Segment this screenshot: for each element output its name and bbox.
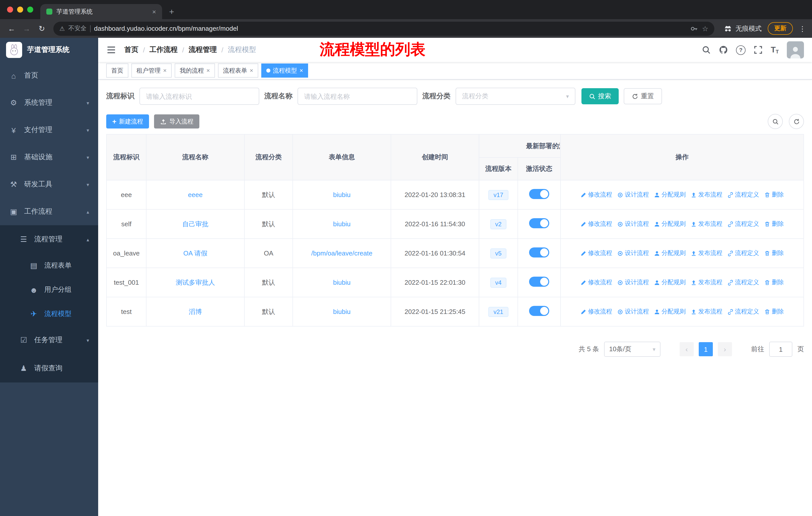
model-name-link[interactable]: 自己审批 bbox=[182, 220, 208, 227]
delete-process-link[interactable]: 删除 bbox=[764, 190, 784, 199]
tag-close-icon[interactable]: × bbox=[206, 67, 210, 74]
tag-process-model[interactable]: 流程模型 × bbox=[261, 63, 308, 78]
form-link[interactable]: biubiu bbox=[333, 279, 350, 286]
bookmark-star-icon[interactable]: ☆ bbox=[702, 24, 708, 32]
password-key-icon[interactable] bbox=[690, 24, 698, 32]
delete-process-link[interactable]: 删除 bbox=[764, 278, 784, 287]
form-link[interactable]: /bpm/oa/leave/create bbox=[311, 249, 373, 257]
fullscreen-icon[interactable] bbox=[754, 45, 763, 54]
page-size-select[interactable]: 10条/页 ▾ bbox=[604, 342, 661, 357]
design-process-link[interactable]: 设计流程 bbox=[617, 307, 649, 316]
address-bar[interactable]: ⚠ 不安全 dashboard.yudao.iocoder.cn/bpm/man… bbox=[53, 21, 714, 35]
model-name-link[interactable]: OA 请假 bbox=[183, 249, 207, 257]
publish-process-link[interactable]: 发布流程 bbox=[691, 278, 722, 287]
delete-process-link[interactable]: 删除 bbox=[764, 307, 784, 316]
model-name-link[interactable]: 测试多审批人 bbox=[176, 278, 215, 286]
active-toggle[interactable] bbox=[529, 247, 549, 257]
search-button[interactable]: 搜索 bbox=[581, 88, 619, 104]
sidebar-item-process-form[interactable]: ▤ 流程表单 bbox=[0, 253, 98, 278]
font-size-icon[interactable]: TT bbox=[771, 45, 779, 54]
active-toggle[interactable] bbox=[529, 218, 549, 228]
show-search-button[interactable] bbox=[768, 114, 783, 129]
process-definition-link[interactable]: 流程定义 bbox=[727, 307, 759, 316]
assign-rule-link[interactable]: 分配规则 bbox=[654, 220, 686, 228]
publish-process-link[interactable]: 发布流程 bbox=[691, 249, 722, 257]
goto-page-input[interactable] bbox=[769, 342, 792, 357]
app-logo[interactable]: 芋道管理系统 bbox=[0, 38, 98, 62]
sidebar-item-payment[interactable]: ¥ 支付管理 ▾ bbox=[0, 116, 98, 144]
assign-rule-link[interactable]: 分配规则 bbox=[654, 249, 686, 257]
hamburger-icon[interactable] bbox=[106, 45, 116, 55]
breadcrumb-item[interactable]: 首页 bbox=[124, 45, 139, 54]
design-process-link[interactable]: 设计流程 bbox=[617, 220, 649, 228]
model-name-link[interactable]: 滔博 bbox=[189, 308, 202, 315]
process-id-input[interactable] bbox=[140, 88, 259, 105]
next-page-button[interactable]: › bbox=[718, 342, 732, 356]
help-icon[interactable]: ? bbox=[736, 45, 746, 55]
sidebar-item-system[interactable]: ⚙ 系统管理 ▾ bbox=[0, 89, 98, 116]
edit-process-link[interactable]: 修改流程 bbox=[580, 307, 612, 316]
url-text[interactable]: dashboard.yudao.iocoder.cn/bpm/manager/m… bbox=[94, 25, 687, 32]
process-category-select[interactable]: 流程分类 ▾ bbox=[456, 88, 575, 105]
tag-close-icon[interactable]: × bbox=[299, 67, 303, 74]
form-link[interactable]: biubiu bbox=[333, 220, 350, 228]
reload-button[interactable]: ↻ bbox=[35, 24, 48, 33]
sidebar-item-leave-query[interactable]: ♟ 请假查询 bbox=[0, 354, 98, 382]
tag-close-icon[interactable]: × bbox=[163, 67, 167, 74]
model-name-link[interactable]: eeee bbox=[188, 191, 203, 198]
close-window-button[interactable] bbox=[7, 6, 13, 12]
process-definition-link[interactable]: 流程定义 bbox=[727, 190, 759, 199]
breadcrumb-item[interactable]: 流程管理 bbox=[189, 45, 217, 54]
zoom-window-button[interactable] bbox=[27, 6, 33, 12]
security-label[interactable]: 不安全 bbox=[68, 24, 87, 33]
sidebar-item-infra[interactable]: ⊞ 基础设施 ▾ bbox=[0, 144, 98, 171]
current-page-button[interactable]: 1 bbox=[699, 342, 713, 356]
publish-process-link[interactable]: 发布流程 bbox=[691, 220, 722, 228]
forward-button[interactable]: → bbox=[20, 24, 33, 33]
tag-tenant[interactable]: 租户管理 × bbox=[132, 63, 172, 78]
sidebar-item-process-model[interactable]: ✈ 流程模型 bbox=[0, 302, 98, 326]
breadcrumb-item[interactable]: 工作流程 bbox=[149, 45, 178, 54]
tag-close-icon[interactable]: × bbox=[250, 67, 253, 74]
form-link[interactable]: biubiu bbox=[333, 308, 350, 316]
edit-process-link[interactable]: 修改流程 bbox=[580, 220, 612, 228]
refresh-table-button[interactable] bbox=[789, 114, 804, 129]
design-process-link[interactable]: 设计流程 bbox=[617, 249, 649, 257]
tag-process-form[interactable]: 流程表单 × bbox=[218, 63, 258, 78]
avatar[interactable] bbox=[787, 41, 804, 58]
sidebar-item-user-group[interactable]: ☻ 用户分组 bbox=[0, 278, 98, 302]
active-toggle[interactable] bbox=[529, 277, 549, 287]
design-process-link[interactable]: 设计流程 bbox=[617, 278, 649, 287]
browser-tab[interactable]: 芋道管理系统 × bbox=[40, 4, 162, 19]
publish-process-link[interactable]: 发布流程 bbox=[691, 190, 722, 199]
active-toggle[interactable] bbox=[529, 306, 549, 316]
active-toggle[interactable] bbox=[529, 189, 549, 199]
design-process-link[interactable]: 设计流程 bbox=[617, 190, 649, 199]
create-process-button[interactable]: + 新建流程 bbox=[106, 114, 149, 129]
edit-process-link[interactable]: 修改流程 bbox=[580, 190, 612, 199]
assign-rule-link[interactable]: 分配规则 bbox=[654, 278, 686, 287]
edit-process-link[interactable]: 修改流程 bbox=[580, 278, 612, 287]
edit-process-link[interactable]: 修改流程 bbox=[580, 249, 612, 257]
chrome-update-button[interactable]: 更新 bbox=[768, 22, 793, 35]
tab-close-icon[interactable]: × bbox=[152, 8, 156, 16]
import-process-button[interactable]: 导入流程 bbox=[154, 114, 199, 129]
tag-my-process[interactable]: 我的流程 × bbox=[175, 63, 215, 78]
sidebar-item-devtools[interactable]: ⚒ 研发工具 ▾ bbox=[0, 171, 98, 198]
sidebar-item-task-mgmt[interactable]: ☑ 任务管理 ▾ bbox=[0, 326, 98, 354]
sidebar-item-process-mgmt[interactable]: ☰ 流程管理 ▴ bbox=[0, 225, 98, 253]
reset-button[interactable]: 重置 bbox=[624, 88, 662, 104]
process-definition-link[interactable]: 流程定义 bbox=[727, 220, 759, 228]
new-tab-button[interactable]: + bbox=[169, 7, 174, 17]
search-icon[interactable] bbox=[702, 45, 711, 54]
sidebar-item-home[interactable]: ⌂ 首页 bbox=[0, 62, 98, 89]
process-name-input[interactable] bbox=[297, 88, 417, 105]
browser-menu-icon[interactable]: ⋮ bbox=[799, 24, 806, 32]
github-icon[interactable] bbox=[719, 45, 728, 54]
process-definition-link[interactable]: 流程定义 bbox=[727, 249, 759, 257]
publish-process-link[interactable]: 发布流程 bbox=[691, 307, 722, 316]
minimize-window-button[interactable] bbox=[17, 6, 23, 12]
prev-page-button[interactable]: ‹ bbox=[679, 342, 694, 356]
sidebar-item-workflow[interactable]: ▣ 工作流程 ▴ bbox=[0, 198, 98, 225]
delete-process-link[interactable]: 删除 bbox=[764, 249, 784, 257]
